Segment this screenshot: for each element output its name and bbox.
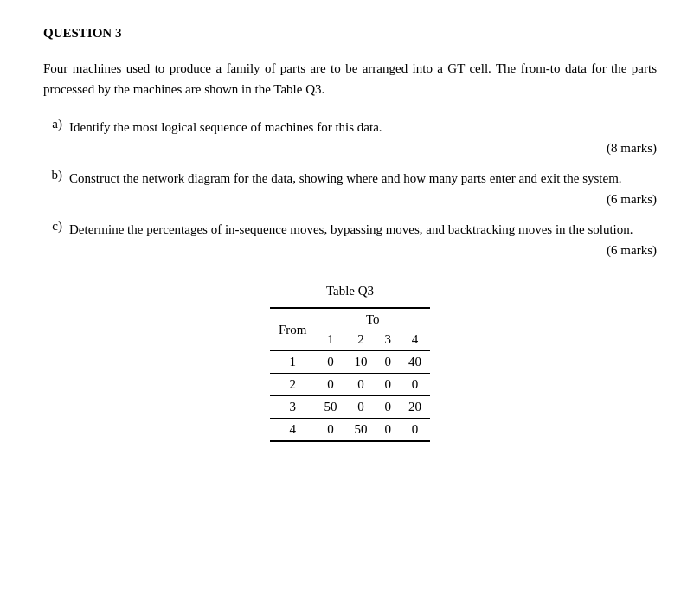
row-from-4: 4 <box>270 419 316 441</box>
part-c-letter: c) <box>43 219 62 234</box>
from-to-table: From To 1 2 3 4 101004020000350002040500… <box>270 309 430 440</box>
part-c: c) Determine the percentages of in-seque… <box>43 219 657 258</box>
intro-text: Four machines used to produce a family o… <box>43 58 657 99</box>
col-header-4: 4 <box>400 329 430 351</box>
to-header-row: From To <box>270 309 430 329</box>
cell-r3-c1: 50 <box>316 396 346 419</box>
cell-r2-c1: 0 <box>316 374 346 396</box>
cell-r4-c1: 0 <box>316 419 346 441</box>
cell-r4-c4: 0 <box>400 419 430 441</box>
cell-r3-c4: 20 <box>400 396 430 419</box>
cell-r2-c3: 0 <box>376 374 401 396</box>
table-row: 1010040 <box>270 351 430 374</box>
part-c-text: Determine the percentages of in-sequence… <box>69 219 657 240</box>
table-row: 3500020 <box>270 396 430 419</box>
part-a-letter: a) <box>43 117 62 131</box>
cell-r1-c3: 0 <box>376 351 401 374</box>
to-label: To <box>316 309 431 329</box>
question-title: QUESTION 3 <box>43 26 657 41</box>
part-a: a) Identify the most logical sequence of… <box>43 117 657 156</box>
cell-r4-c3: 0 <box>376 419 401 441</box>
col-header-3: 3 <box>376 329 401 351</box>
part-a-text: Identify the most logical sequence of ma… <box>69 117 657 138</box>
cell-r3-c3: 0 <box>376 396 401 419</box>
cell-r4-c2: 50 <box>346 419 376 441</box>
table-body: 1010040200003500020405000 <box>270 351 430 441</box>
row-from-1: 1 <box>270 351 316 374</box>
table-wrapper: From To 1 2 3 4 101004020000350002040500… <box>270 307 430 442</box>
col-header-1: 1 <box>316 329 346 351</box>
table-row: 405000 <box>270 419 430 441</box>
cell-r2-c4: 0 <box>400 374 430 396</box>
cell-r1-c1: 0 <box>316 351 346 374</box>
row-from-3: 3 <box>270 396 316 419</box>
part-b: b) Construct the network diagram for the… <box>43 168 657 207</box>
table-title: Table Q3 <box>326 284 374 298</box>
part-a-marks: (8 marks) <box>43 141 657 156</box>
from-label: From <box>270 309 316 351</box>
part-b-text: Construct the network diagram for the da… <box>69 168 657 189</box>
table-section: Table Q3 From To 1 2 3 4 <box>43 284 657 442</box>
cell-r3-c2: 0 <box>346 396 376 419</box>
cell-r1-c4: 40 <box>400 351 430 374</box>
question-container: QUESTION 3 Four machines used to produce… <box>43 26 657 442</box>
col-header-2: 2 <box>346 329 376 351</box>
cell-r2-c2: 0 <box>346 374 376 396</box>
table-row: 20000 <box>270 374 430 396</box>
cell-r1-c2: 10 <box>346 351 376 374</box>
part-b-letter: b) <box>43 168 62 183</box>
part-c-marks: (6 marks) <box>43 243 657 258</box>
row-from-2: 2 <box>270 374 316 396</box>
part-b-marks: (6 marks) <box>43 192 657 207</box>
